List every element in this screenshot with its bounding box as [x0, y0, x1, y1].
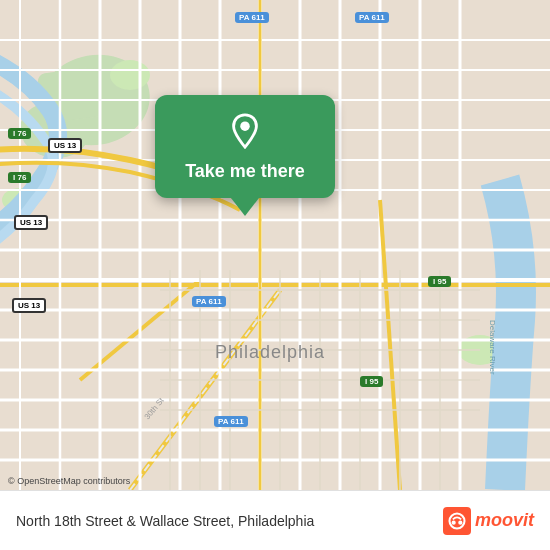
svg-point-58 [452, 520, 456, 524]
shield-i95: I 95 [428, 276, 451, 287]
shield-us13-2: US 13 [14, 215, 48, 230]
shield-pa611-bottom: PA 611 [214, 416, 248, 427]
shield-i76-2: I 76 [8, 172, 31, 183]
moovit-icon [443, 507, 471, 535]
map-container: Philadelphia 30th St Delaware River PA 6… [0, 0, 550, 490]
take-me-there-button[interactable]: Take me there [185, 161, 305, 182]
shield-i95-bottom: I 95 [360, 376, 383, 387]
svg-text:Delaware River: Delaware River [488, 320, 497, 375]
address-label: North 18th Street & Wallace Street, Phil… [16, 513, 443, 529]
svg-point-57 [449, 513, 464, 528]
popup-arrow [231, 198, 259, 216]
moovit-text-label: moovit [475, 510, 534, 531]
shield-i76-1: I 76 [8, 128, 31, 139]
popup-bubble[interactable]: Take me there [155, 95, 335, 198]
map-popup: Take me there [155, 95, 335, 216]
map-attribution: © OpenStreetMap contributors [8, 476, 130, 486]
moovit-logo: moovit [443, 507, 534, 535]
shield-us13-3: US 13 [12, 298, 46, 313]
svg-point-59 [458, 520, 462, 524]
map-svg: Philadelphia 30th St Delaware River [0, 0, 550, 490]
location-pin-icon [226, 111, 264, 149]
shield-us13-1: US 13 [48, 138, 82, 153]
shield-pa611-top-right: PA 611 [355, 12, 389, 23]
shield-pa611-top: PA 611 [235, 12, 269, 23]
bottom-bar: North 18th Street & Wallace Street, Phil… [0, 490, 550, 550]
moovit-svg-icon [447, 511, 467, 531]
svg-point-56 [240, 121, 250, 131]
svg-text:Philadelphia: Philadelphia [215, 342, 325, 362]
shield-pa611-mid: PA 611 [192, 296, 226, 307]
svg-point-4 [110, 60, 150, 90]
